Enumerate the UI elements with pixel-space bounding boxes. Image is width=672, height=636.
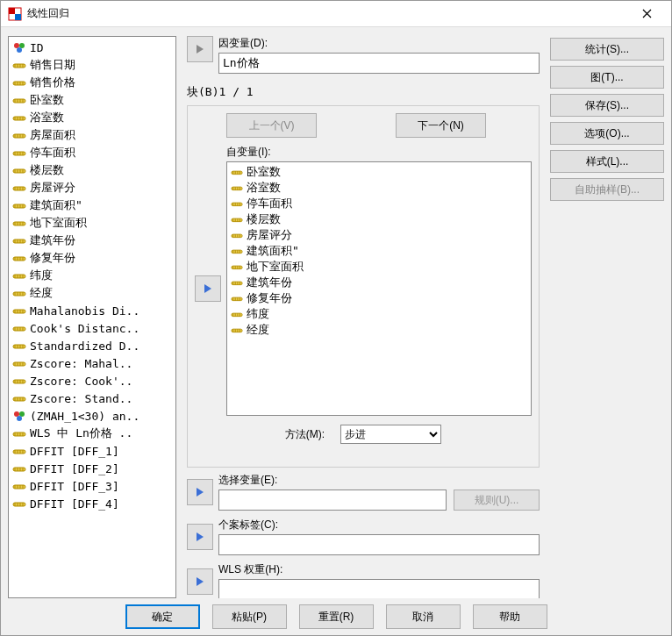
prev-block-button[interactable]: 上一个(V) [226,113,317,138]
independent-item[interactable]: 建筑年份 [229,275,529,290]
variable-name: 经度 [30,285,53,301]
variable-name: 经度 [247,322,269,338]
variable-item[interactable]: 经度 [11,284,174,302]
wls-input[interactable] [218,579,540,598]
variable-name: 卧室数 [30,92,64,108]
variable-type-icon [12,40,26,54]
case-label-input[interactable] [218,534,540,555]
variable-list[interactable]: ID销售日期销售价格卧室数浴室数房屋面积停车面积楼层数房屋评分建筑面积"地下室面… [8,36,176,598]
variable-item[interactable]: 卧室数 [11,91,174,109]
variable-item[interactable]: Zscore: Cook'.. [11,372,174,389]
variable-name: 房屋面积 [30,127,75,143]
variable-item[interactable]: Standardized D.. [11,337,174,354]
move-to-wls-button[interactable] [187,568,213,595]
move-to-select-button[interactable] [187,479,213,505]
method-label: 方法(M): [285,427,325,442]
variable-name: 地下室面积 [247,259,304,275]
dependent-input[interactable] [218,53,540,74]
plots-button[interactable]: 图(T)... [550,66,664,89]
variable-name: DFFIT [DFF_1] [30,445,119,458]
variable-item[interactable]: DFFIT [DFF_2] [11,460,174,477]
reset-button[interactable]: 重置(R) [299,604,374,629]
ok-button[interactable]: 确定 [125,604,200,629]
variable-name: DFFIT [DFF_3] [30,480,119,493]
variable-name: 建筑面积" [30,197,82,213]
variable-item[interactable]: ID [11,39,174,56]
variable-item[interactable]: Cook's Distanc.. [11,319,174,337]
variable-item[interactable]: 楼层数 [11,161,174,179]
cancel-button[interactable]: 取消 [386,604,461,629]
independent-item[interactable]: 地下室面积 [229,259,529,275]
statistics-button[interactable]: 统计(S)... [550,38,664,61]
independent-item[interactable]: 浴室数 [229,180,529,196]
variable-item[interactable]: DFFIT [DFF_4] [11,495,174,512]
variable-item[interactable]: 销售价格 [11,74,174,91]
svg-rect-1 [9,8,15,14]
variable-item[interactable]: 建筑面积" [11,197,174,214]
independent-item[interactable]: 楼层数 [229,211,529,227]
variable-name: ID [30,41,44,54]
independent-item[interactable]: 房屋评分 [229,227,529,243]
variable-type-icon [12,181,26,195]
independent-item[interactable]: 卧室数 [229,164,529,180]
variable-type-icon [231,213,243,225]
variable-item[interactable]: DFFIT [DFF_1] [11,442,174,460]
paste-button[interactable]: 粘贴(P) [212,604,287,629]
titlebar: 线性回归 [1,1,671,27]
svg-point-107 [19,411,25,417]
variable-type-icon [12,251,26,265]
help-button[interactable]: 帮助 [473,604,547,629]
wls-label: WLS 权重(H): [218,562,540,577]
move-to-case-button[interactable] [187,524,213,550]
variable-name: DFFIT [DFF_2] [30,462,119,475]
method-select[interactable]: 步进 [340,425,441,444]
variable-type-icon [12,321,26,335]
variable-type-icon [12,111,26,125]
variable-item[interactable]: 停车面积 [11,144,174,161]
move-to-independent-button[interactable] [195,275,221,302]
independent-item[interactable]: 修复年份 [229,290,529,306]
style-button[interactable]: 样式(L)... [550,150,664,173]
variable-item[interactable]: WLS 中 Ln价格 .. [11,425,174,442]
independent-item[interactable]: 建筑面积" [229,243,529,259]
variable-item[interactable]: Zscore: Mahal.. [11,354,174,372]
variable-type-icon [12,339,26,353]
variable-name: Zscore: Stand.. [30,392,132,405]
independent-list[interactable]: 卧室数浴室数停车面积楼层数房屋评分建筑面积"地下室面积建筑年份修复年份纬度经度 [226,161,532,416]
save-button[interactable]: 保存(S)... [550,94,664,117]
variable-name: 地下室面积 [30,215,87,231]
variable-item[interactable]: 销售日期 [11,56,174,74]
variable-item[interactable]: DFFIT [DFF_3] [11,477,174,495]
variable-item[interactable]: (ZMAH_1<30) an.. [11,407,174,425]
rule-button[interactable]: 规则(U)... [454,490,540,511]
bootstrap-button[interactable]: 自助抽样(B)... [550,178,664,201]
variable-type-icon [231,261,243,273]
variable-name: Zscore: Mahal.. [30,357,132,370]
variable-item[interactable]: 地下室面积 [11,214,174,232]
variable-type-icon [12,426,26,440]
variable-item[interactable]: Zscore: Stand.. [11,389,174,407]
variable-type-icon [231,197,243,210]
select-var-input[interactable] [218,490,447,511]
middle-panel: 因变量(D): 块(B)1 / 1 上一个(V) 下一个(N) 自变量(I): … [183,36,543,598]
independent-item[interactable]: 经度 [229,322,529,338]
options-button[interactable]: 选项(O)... [550,122,664,145]
variable-item[interactable]: 建筑年份 [11,232,174,249]
independent-item[interactable]: 纬度 [229,306,529,322]
variable-name: 浴室数 [247,180,281,196]
close-button[interactable] [629,2,664,26]
variable-item[interactable]: 浴室数 [11,109,174,126]
svg-point-3 [14,43,19,48]
variable-item[interactable]: Mahalanobis Di.. [11,302,174,319]
variable-item[interactable]: 房屋评分 [11,179,174,197]
move-to-dependent-button[interactable] [187,36,213,62]
next-block-button[interactable]: 下一个(N) [396,113,486,138]
variable-item[interactable]: 房屋面积 [11,126,174,144]
independent-item[interactable]: 停车面积 [229,196,529,211]
variable-item[interactable]: 纬度 [11,267,174,284]
variable-item[interactable]: 修复年份 [11,249,174,267]
variable-name: 销售日期 [30,57,75,73]
footer-buttons: 确定 粘贴(P) 重置(R) 取消 帮助 [1,598,671,635]
variable-name: Standardized D.. [30,339,139,353]
variable-type-icon [12,409,26,423]
